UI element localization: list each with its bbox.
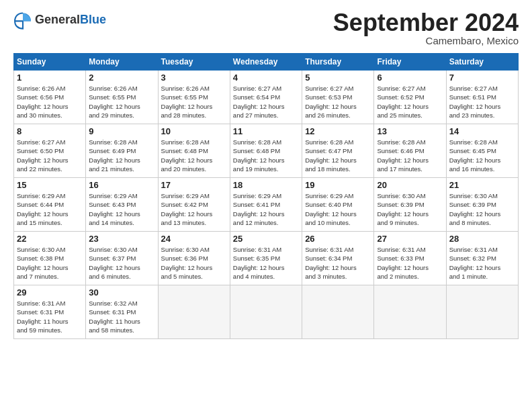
- table-row: 22Sunrise: 6:30 AMSunset: 6:38 PMDayligh…: [14, 232, 86, 285]
- calendar: Sunday Monday Tuesday Wednesday Thursday…: [13, 53, 519, 339]
- header-saturday: Saturday: [446, 54, 518, 71]
- logo-icon: [13, 11, 32, 30]
- calendar-week-row: 15Sunrise: 6:29 AMSunset: 6:44 PMDayligh…: [14, 178, 519, 232]
- day-number: 3: [161, 73, 227, 83]
- page: GeneralBlue September 2024 Camembaro, Me…: [0, 0, 532, 411]
- logo-general: General: [35, 13, 80, 27]
- day-info: Sunrise: 6:30 AMSunset: 6:36 PMDaylight:…: [161, 245, 227, 281]
- day-info: Sunrise: 6:27 AMSunset: 6:51 PMDaylight:…: [449, 84, 515, 120]
- table-row: 17Sunrise: 6:29 AMSunset: 6:42 PMDayligh…: [158, 178, 230, 232]
- calendar-week-row: 8Sunrise: 6:27 AMSunset: 6:50 PMDaylight…: [14, 124, 519, 178]
- day-info: Sunrise: 6:29 AMSunset: 6:41 PMDaylight:…: [233, 191, 299, 227]
- table-row: 12Sunrise: 6:28 AMSunset: 6:47 PMDayligh…: [302, 124, 374, 178]
- table-row: 26Sunrise: 6:31 AMSunset: 6:34 PMDayligh…: [302, 232, 374, 285]
- table-row: 16Sunrise: 6:29 AMSunset: 6:43 PMDayligh…: [86, 178, 158, 232]
- table-row: 4Sunrise: 6:27 AMSunset: 6:54 PMDaylight…: [230, 71, 302, 124]
- table-row: [230, 285, 302, 339]
- day-number: 20: [377, 180, 443, 190]
- day-info: Sunrise: 6:28 AMSunset: 6:45 PMDaylight:…: [449, 138, 515, 173]
- day-number: 13: [377, 126, 443, 136]
- day-info: Sunrise: 6:31 AMSunset: 6:32 PMDaylight:…: [449, 245, 515, 281]
- day-number: 12: [305, 126, 371, 136]
- day-number: 26: [305, 234, 371, 244]
- day-info: Sunrise: 6:32 AMSunset: 6:31 PMDaylight:…: [89, 299, 154, 334]
- calendar-week-row: 1Sunrise: 6:26 AMSunset: 6:56 PMDaylight…: [14, 71, 519, 124]
- month-title: September 2024: [333, 11, 519, 35]
- day-info: Sunrise: 6:27 AMSunset: 6:50 PMDaylight:…: [17, 138, 83, 173]
- table-row: 29Sunrise: 6:31 AMSunset: 6:31 PMDayligh…: [14, 285, 86, 339]
- table-row: 20Sunrise: 6:30 AMSunset: 6:39 PMDayligh…: [374, 178, 446, 232]
- day-info: Sunrise: 6:28 AMSunset: 6:48 PMDaylight:…: [233, 138, 299, 173]
- day-info: Sunrise: 6:29 AMSunset: 6:44 PMDaylight:…: [17, 191, 83, 227]
- day-info: Sunrise: 6:29 AMSunset: 6:40 PMDaylight:…: [305, 191, 371, 227]
- table-row: 18Sunrise: 6:29 AMSunset: 6:41 PMDayligh…: [230, 178, 302, 232]
- day-info: Sunrise: 6:30 AMSunset: 6:38 PMDaylight:…: [17, 245, 83, 281]
- day-number: 21: [449, 180, 515, 190]
- table-row: 21Sunrise: 6:30 AMSunset: 6:39 PMDayligh…: [446, 178, 518, 232]
- table-row: [302, 285, 374, 339]
- table-row: 9Sunrise: 6:28 AMSunset: 6:49 PMDaylight…: [86, 124, 158, 178]
- day-number: 30: [89, 287, 154, 298]
- day-info: Sunrise: 6:30 AMSunset: 6:37 PMDaylight:…: [89, 245, 154, 281]
- day-number: 4: [233, 73, 299, 83]
- table-row: [158, 285, 230, 339]
- table-row: [446, 285, 518, 339]
- day-info: Sunrise: 6:31 AMSunset: 6:35 PMDaylight:…: [233, 245, 299, 281]
- header-wednesday: Wednesday: [230, 54, 302, 71]
- day-number: 8: [17, 126, 83, 136]
- table-row: 28Sunrise: 6:31 AMSunset: 6:32 PMDayligh…: [446, 232, 518, 285]
- day-info: Sunrise: 6:29 AMSunset: 6:42 PMDaylight:…: [161, 191, 227, 227]
- day-info: Sunrise: 6:26 AMSunset: 6:55 PMDaylight:…: [89, 84, 154, 120]
- day-number: 18: [233, 180, 299, 190]
- table-row: 6Sunrise: 6:27 AMSunset: 6:52 PMDaylight…: [374, 71, 446, 124]
- day-number: 19: [305, 180, 371, 190]
- day-number: 29: [17, 287, 83, 298]
- day-info: Sunrise: 6:31 AMSunset: 6:34 PMDaylight:…: [305, 245, 371, 281]
- day-info: Sunrise: 6:26 AMSunset: 6:55 PMDaylight:…: [161, 84, 227, 120]
- day-number: 9: [89, 126, 154, 136]
- day-number: 14: [449, 126, 515, 136]
- day-number: 17: [161, 180, 227, 190]
- day-number: 28: [449, 234, 515, 244]
- table-row: 2Sunrise: 6:26 AMSunset: 6:55 PMDaylight…: [86, 71, 158, 124]
- day-number: 1: [17, 73, 83, 83]
- table-row: 27Sunrise: 6:31 AMSunset: 6:33 PMDayligh…: [374, 232, 446, 285]
- table-row: 15Sunrise: 6:29 AMSunset: 6:44 PMDayligh…: [14, 178, 86, 232]
- day-info: Sunrise: 6:30 AMSunset: 6:39 PMDaylight:…: [377, 191, 443, 227]
- header-tuesday: Tuesday: [158, 54, 230, 71]
- table-row: 23Sunrise: 6:30 AMSunset: 6:37 PMDayligh…: [86, 232, 158, 285]
- table-row: 11Sunrise: 6:28 AMSunset: 6:48 PMDayligh…: [230, 124, 302, 178]
- header: GeneralBlue September 2024 Camembaro, Me…: [13, 11, 519, 46]
- day-number: 22: [17, 234, 83, 244]
- day-number: 2: [89, 73, 154, 83]
- header-sunday: Sunday: [14, 54, 86, 71]
- calendar-week-row: 22Sunrise: 6:30 AMSunset: 6:38 PMDayligh…: [14, 232, 519, 285]
- day-number: 16: [89, 180, 154, 190]
- logo-text: GeneralBlue: [35, 13, 106, 27]
- table-row: 19Sunrise: 6:29 AMSunset: 6:40 PMDayligh…: [302, 178, 374, 232]
- calendar-header-row: Sunday Monday Tuesday Wednesday Thursday…: [14, 54, 519, 71]
- day-number: 7: [449, 73, 515, 83]
- table-row: 30Sunrise: 6:32 AMSunset: 6:31 PMDayligh…: [86, 285, 158, 339]
- day-number: 11: [233, 126, 299, 136]
- day-info: Sunrise: 6:28 AMSunset: 6:46 PMDaylight:…: [377, 138, 443, 173]
- header-thursday: Thursday: [302, 54, 374, 71]
- day-number: 10: [161, 126, 227, 136]
- table-row: 24Sunrise: 6:30 AMSunset: 6:36 PMDayligh…: [158, 232, 230, 285]
- table-row: 7Sunrise: 6:27 AMSunset: 6:51 PMDaylight…: [446, 71, 518, 124]
- day-info: Sunrise: 6:30 AMSunset: 6:39 PMDaylight:…: [449, 191, 515, 227]
- table-row: 8Sunrise: 6:27 AMSunset: 6:50 PMDaylight…: [14, 124, 86, 178]
- day-info: Sunrise: 6:29 AMSunset: 6:43 PMDaylight:…: [89, 191, 154, 227]
- day-info: Sunrise: 6:28 AMSunset: 6:48 PMDaylight:…: [161, 138, 227, 173]
- day-number: 6: [377, 73, 443, 83]
- table-row: 5Sunrise: 6:27 AMSunset: 6:53 PMDaylight…: [302, 71, 374, 124]
- table-row: 1Sunrise: 6:26 AMSunset: 6:56 PMDaylight…: [14, 71, 86, 124]
- day-info: Sunrise: 6:31 AMSunset: 6:33 PMDaylight:…: [377, 245, 443, 281]
- table-row: 25Sunrise: 6:31 AMSunset: 6:35 PMDayligh…: [230, 232, 302, 285]
- day-number: 27: [377, 234, 443, 244]
- location: Camembaro, Mexico: [333, 35, 519, 46]
- day-info: Sunrise: 6:27 AMSunset: 6:52 PMDaylight:…: [377, 84, 443, 120]
- day-info: Sunrise: 6:27 AMSunset: 6:53 PMDaylight:…: [305, 84, 371, 120]
- table-row: 14Sunrise: 6:28 AMSunset: 6:45 PMDayligh…: [446, 124, 518, 178]
- logo-blue: Blue: [80, 13, 106, 27]
